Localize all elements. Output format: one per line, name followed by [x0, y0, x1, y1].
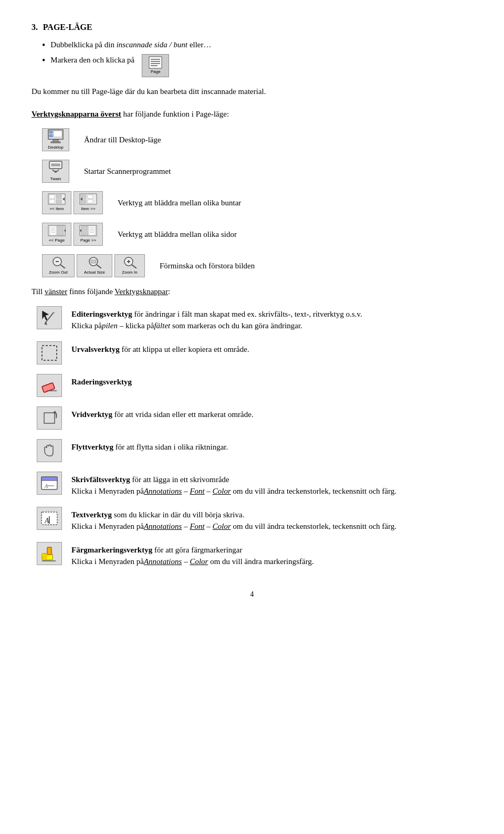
page-icon-svg: [148, 56, 163, 69]
left-toolbar-row-text: A Textverktyg som du klickar in där du v…: [37, 507, 472, 533]
highlight-title-bold: Färgmarkeringsverktyg: [71, 546, 152, 554]
svg-line-49: [132, 265, 136, 268]
toolbar-top-header-bold: Verktygsknapparna överst: [32, 110, 121, 118]
rotate-desc: Vridverktyg för att vrida sidan eller et…: [71, 406, 472, 421]
move-icon-svg: [40, 441, 59, 460]
toolbar-top-suffix: har följande funktion i Page-läge:: [121, 110, 229, 118]
svg-rect-17: [56, 195, 61, 199]
toolbar-row-twain: Twain Startar Scannerprogrammet: [42, 160, 472, 183]
item-prev-icon: << Item: [42, 191, 71, 214]
page-number: 4: [32, 589, 472, 600]
desktop-svg: [47, 129, 64, 143]
svg-text:A: A: [44, 517, 49, 525]
move-icon: [37, 439, 62, 462]
svg-rect-34: [81, 226, 88, 235]
desktop-label: Desktop: [48, 144, 63, 151]
text-icon-svg: A: [40, 509, 59, 528]
svg-rect-58: [44, 413, 55, 423]
twain-icon-group: Twain: [42, 160, 69, 183]
svg-rect-31: [57, 226, 64, 235]
item-prev-svg: [48, 193, 66, 205]
actual-size-icon: Actual Size: [77, 254, 112, 277]
verktygsknappar-underline: Verktygsknappar: [114, 287, 168, 296]
textfield-icon-svg: A: [40, 474, 59, 493]
svg-rect-35: [89, 226, 95, 235]
page-label: Page: [151, 69, 161, 75]
svg-rect-63: [47, 485, 54, 486]
toolbar-row-desktop: Desktop Ändrar till Desktop-läge: [42, 128, 472, 151]
svg-line-44: [97, 265, 101, 268]
left-toolbar-row-highlight: Färgmarkeringsverktyg för att göra färgm…: [37, 542, 472, 568]
toolbar-row-item: << Item Item >> Verktyg att bläddra mell…: [42, 191, 472, 214]
left-toolbar-row-erase: Raderingsverktyg: [37, 374, 472, 397]
text-annotations: Annotations: [144, 522, 182, 530]
page-desc: Verktyg att bläddra mellan olika sidor: [118, 228, 237, 241]
left-toolbar-header: Till vänster finns följande Verktygsknap…: [32, 286, 472, 298]
left-toolbar-row-rotate: Vridverktyg för att vrida sidan eller et…: [37, 406, 472, 430]
rotate-title-bold: Vridverktyg: [71, 410, 112, 419]
intro-text-1: Dubbelklicka på din inscannade sida / bu…: [50, 39, 211, 51]
item-next-icon: Item >>: [74, 191, 103, 214]
zoom-in-icon: Zoom In: [114, 254, 145, 277]
move-title-bold: Flyttverktyg: [71, 443, 113, 451]
selection-desc: Urvalsverktyg för att klippa ut eller ko…: [71, 341, 472, 356]
zoom-out-icon: Zoom Out: [42, 254, 75, 277]
svg-rect-16: [49, 200, 55, 203]
item-next-svg: [79, 193, 97, 205]
svg-rect-8: [49, 131, 52, 133]
zoom-icon-group: Zoom Out Actual Size Zoom In: [42, 254, 145, 277]
text-color: Color: [213, 522, 231, 530]
svg-rect-10: [54, 131, 62, 137]
item-desc: Verktyg att bläddra mellan olika buntar: [118, 197, 241, 209]
edit-italic-pil: pilen: [102, 321, 118, 330]
highlight-icon: [37, 542, 62, 565]
text-icon: A: [37, 507, 62, 530]
left-toolbar-row-edit: Editeringsverktyg för ändringar i fält m…: [37, 306, 472, 332]
svg-rect-21: [81, 195, 86, 199]
edit-icon: [37, 306, 62, 329]
svg-rect-45: [91, 260, 96, 263]
zoom-in-svg: [122, 256, 138, 268]
textfield-icon: A: [37, 472, 62, 495]
selection-title-bold: Urvalsverktyg: [71, 345, 120, 353]
textfield-color: Color: [213, 487, 231, 495]
page-next-svg: [79, 225, 97, 236]
vanster-underline: vänster: [45, 287, 67, 296]
bullet-icon-1: •: [42, 39, 45, 52]
actual-size-svg: [87, 256, 102, 268]
intro-bullet-1: • Dubbelklicka på din inscannade sida / …: [42, 39, 472, 52]
zoom-desc: Förminska och förstora bilden: [160, 260, 255, 272]
actual-size-label: Actual Size: [84, 269, 105, 276]
edit-title-bold: Editeringsverktyg: [71, 310, 132, 318]
item-prev-label: << Item: [49, 206, 64, 212]
textfield-desc: Skrivfältsverktyg för att lägga in ett s…: [71, 472, 472, 497]
page-button-icon: Page: [142, 54, 169, 77]
svg-rect-23: [88, 195, 93, 199]
svg-rect-7: [51, 142, 60, 143]
edit-desc: Editeringsverktyg för ändringar i fält m…: [71, 306, 472, 332]
text-title-bold: Textverktyg: [71, 510, 112, 519]
zoom-in-label: Zoom In: [122, 269, 137, 276]
svg-rect-61: [41, 477, 57, 481]
section-title: PAGE-LÄGE: [43, 23, 92, 32]
erase-icon-svg: [40, 376, 59, 395]
svg-rect-12: [51, 164, 60, 166]
page-icon-group: << Page Page >>: [42, 223, 103, 246]
edit-italic-falt: fältet: [154, 321, 170, 330]
left-toolbar-row-move: Flyttverktyg för att flytta sidan i olik…: [37, 439, 472, 462]
page-prev-icon: << Page: [42, 223, 71, 246]
highlight-desc: Färgmarkeringsverktyg för att göra färgm…: [71, 542, 472, 568]
textfield-annotations: Annotations: [144, 487, 182, 495]
highlight-icon-svg: [40, 544, 59, 563]
svg-line-42: [60, 265, 65, 268]
svg-rect-18: [56, 200, 61, 203]
svg-rect-22: [81, 200, 86, 203]
section-header: 3. PAGE-LÄGE: [32, 21, 472, 34]
selection-icon-svg: [40, 343, 59, 362]
svg-rect-15: [49, 195, 55, 199]
rotate-icon-svg: [40, 409, 59, 428]
highlight-annotations: Annotations: [144, 557, 182, 566]
erase-title-bold: Raderingsverktyg: [71, 378, 132, 386]
italic-text-1: inscannade sida / bunt: [117, 40, 187, 49]
toolbar-row-zoom: Zoom Out Actual Size Zoom In Förminska o…: [42, 254, 472, 277]
